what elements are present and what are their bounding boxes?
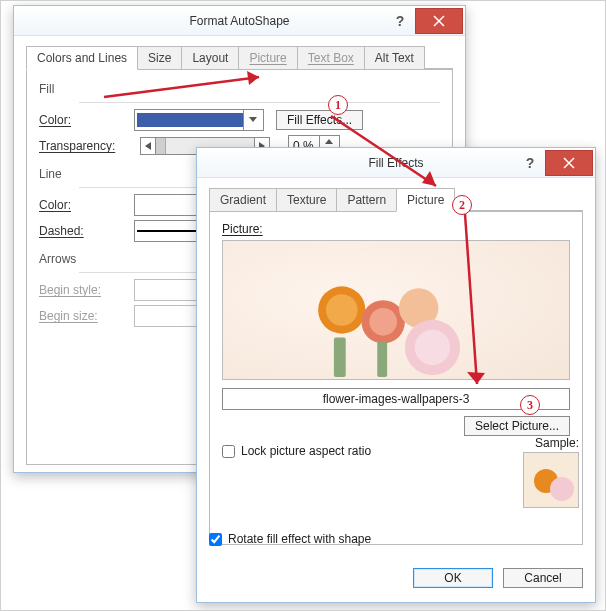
tab-colors-and-lines[interactable]: Colors and Lines [26, 46, 138, 70]
svg-rect-13 [377, 342, 387, 377]
picture-label: Picture: [222, 222, 570, 236]
transparency-label: Transparency: [39, 139, 134, 153]
spin-up-icon[interactable] [320, 136, 337, 146]
help-button[interactable]: ? [515, 150, 545, 176]
lock-aspect-input[interactable] [222, 445, 235, 458]
rotate-checkbox[interactable]: Rotate fill effect with shape [209, 532, 371, 546]
dashed-label: Dashed: [39, 224, 134, 238]
slider-left-icon[interactable] [140, 137, 156, 155]
svg-point-11 [415, 330, 450, 365]
tabs-row: Gradient Texture Pattern Picture [209, 188, 583, 211]
picture-name-field: flower-images-wallpapers-3 [222, 388, 570, 410]
begin-size-label: Begin size: [39, 309, 134, 323]
picture-name: flower-images-wallpapers-3 [323, 392, 470, 406]
callout-3: 3 [520, 395, 540, 415]
tab-pattern[interactable]: Pattern [336, 188, 397, 211]
rotate-label: Rotate fill effect with shape [228, 532, 371, 546]
close-button[interactable] [415, 8, 463, 34]
tab-textbox: Text Box [297, 46, 365, 69]
titlebar[interactable]: Format AutoShape ? [14, 6, 465, 36]
fill-color-swatch [137, 113, 243, 127]
cancel-button[interactable]: Cancel [503, 568, 583, 588]
dialog-title: Format AutoShape [189, 14, 289, 28]
rotate-input[interactable] [209, 533, 222, 546]
tab-texture[interactable]: Texture [276, 188, 337, 211]
dialog-buttons: OK Cancel [413, 568, 583, 588]
dialog-title: Fill Effects [368, 156, 423, 170]
picture-preview [222, 240, 570, 380]
lock-aspect-checkbox[interactable]: Lock picture aspect ratio [222, 444, 570, 458]
tabs-row: Colors and Lines Size Layout Picture Tex… [26, 46, 453, 69]
fill-effects-button[interactable]: Fill Effects... [276, 110, 363, 130]
svg-point-8 [369, 308, 397, 336]
fill-section: Fill [39, 82, 440, 96]
svg-rect-12 [334, 338, 346, 377]
fill-color-label: Color: [39, 113, 134, 127]
sample-block: Sample: [523, 436, 579, 508]
tab-alttext[interactable]: Alt Text [364, 46, 425, 69]
lock-aspect-label: Lock picture aspect ratio [241, 444, 371, 458]
chevron-down-icon[interactable] [243, 110, 261, 130]
sample-box [523, 452, 579, 508]
line-color-label: Color: [39, 198, 134, 212]
fill-effects-dialog: Fill Effects ? Gradient Texture Pattern … [196, 147, 596, 603]
tab-picture[interactable]: Picture [396, 188, 455, 212]
tab-layout[interactable]: Layout [181, 46, 239, 69]
fill-color-picker[interactable] [134, 109, 264, 131]
select-picture-button[interactable]: Select Picture... [464, 416, 570, 436]
svg-point-6 [326, 294, 358, 326]
tab-picture: Picture [238, 46, 297, 69]
tab-gradient[interactable]: Gradient [209, 188, 277, 211]
tab-size[interactable]: Size [137, 46, 182, 69]
callout-1: 1 [328, 95, 348, 115]
close-button[interactable] [545, 150, 593, 176]
titlebar[interactable]: Fill Effects ? [197, 148, 595, 178]
ok-button[interactable]: OK [413, 568, 493, 588]
slider-thumb[interactable] [156, 138, 166, 154]
callout-2: 2 [452, 195, 472, 215]
sample-label: Sample: [523, 436, 579, 450]
begin-style-label: Begin style: [39, 283, 134, 297]
svg-point-16 [550, 477, 574, 501]
help-button[interactable]: ? [385, 8, 415, 34]
